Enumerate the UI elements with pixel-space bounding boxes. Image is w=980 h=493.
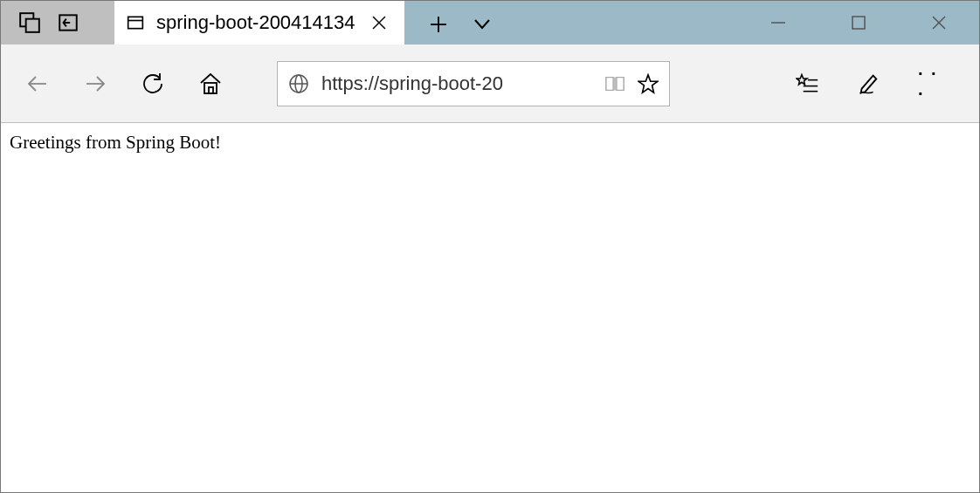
svg-rect-15	[204, 83, 217, 93]
new-tab-icon[interactable]	[429, 13, 448, 32]
address-bar[interactable]: https://spring-boot-20	[277, 61, 670, 106]
svg-marker-22	[797, 74, 807, 84]
home-button[interactable]	[198, 72, 223, 96]
favorites-list-icon[interactable]	[796, 72, 818, 95]
toolbar-right: · · ·	[796, 72, 967, 95]
favorite-star-icon[interactable]	[638, 73, 659, 94]
navigation-buttons	[13, 72, 223, 96]
maximize-button[interactable]	[818, 1, 899, 45]
page-icon	[127, 14, 144, 31]
svg-marker-21	[638, 74, 658, 92]
tab-strip-controls	[404, 1, 492, 45]
svg-rect-3	[128, 17, 143, 28]
toolbar: https://spring-boot-20 · · ·	[1, 45, 979, 123]
tab-menu-chevron-icon[interactable]	[473, 13, 492, 32]
svg-rect-1	[26, 19, 39, 32]
set-aside-tabs-icon[interactable]	[57, 11, 79, 34]
close-window-button[interactable]	[899, 1, 979, 45]
reading-view-icon[interactable]	[604, 73, 625, 94]
tab-actions-icon[interactable]	[18, 11, 41, 34]
page-body-text: Greetings from Spring Boot!	[10, 132, 221, 153]
site-info-globe-icon[interactable]	[288, 73, 309, 94]
browser-tab[interactable]: spring-boot-200414134	[114, 1, 404, 45]
svg-rect-16	[209, 87, 213, 93]
forward-button[interactable]	[83, 72, 107, 96]
window-controls	[738, 1, 979, 45]
notes-pen-icon[interactable]	[857, 72, 880, 95]
refresh-button[interactable]	[141, 72, 165, 96]
title-bar-app-controls	[1, 1, 114, 45]
back-button[interactable]	[25, 72, 50, 96]
title-bar: spring-boot-200414134	[1, 1, 979, 45]
svg-rect-10	[852, 17, 865, 29]
tab-title: spring-boot-200414134	[156, 11, 355, 34]
minimize-button[interactable]	[738, 1, 818, 45]
more-menu-icon[interactable]: · · ·	[918, 72, 941, 95]
page-content: Greetings from Spring Boot!	[1, 123, 979, 162]
close-tab-icon[interactable]	[368, 11, 390, 34]
url-text[interactable]: https://spring-boot-20	[321, 72, 592, 95]
